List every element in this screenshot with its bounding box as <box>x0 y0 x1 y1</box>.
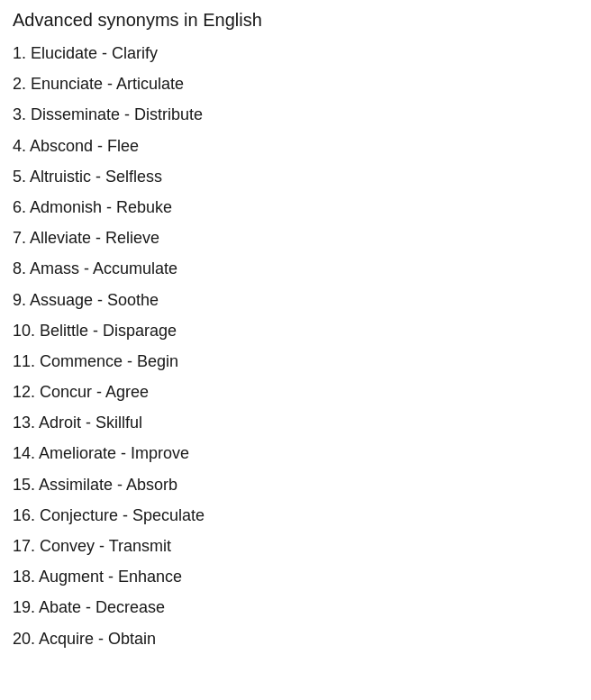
list-item: 1. Elucidate - Clarify <box>13 38 578 68</box>
list-item: 14. Ameliorate - Improve <box>13 438 578 468</box>
page-title: Advanced synonyms in English <box>13 7 578 32</box>
list-item: 10. Belittle - Disparage <box>13 315 578 346</box>
synonym-list: 1. Elucidate - Clarify2. Enunciate - Art… <box>13 38 578 654</box>
list-item: 2. Enunciate - Articulate <box>13 68 578 99</box>
list-item: 19. Abate - Decrease <box>13 592 578 623</box>
list-item: 18. Augment - Enhance <box>13 561 578 592</box>
list-item: 12. Concur - Agree <box>13 377 578 407</box>
list-item: 20. Acquire - Obtain <box>13 623 578 654</box>
list-item: 5. Altruistic - Selfless <box>13 161 578 192</box>
list-item: 4. Abscond - Flee <box>13 131 578 161</box>
list-item: 8. Amass - Accumulate <box>13 253 578 284</box>
list-item: 6. Admonish - Rebuke <box>13 192 578 223</box>
list-item: 15. Assimilate - Absorb <box>13 469 578 500</box>
list-item: 13. Adroit - Skillful <box>13 407 578 438</box>
list-item: 9. Assuage - Soothe <box>13 285 578 315</box>
list-item: 3. Disseminate - Distribute <box>13 99 578 130</box>
list-item: 17. Convey - Transmit <box>13 531 578 561</box>
list-item: 16. Conjecture - Speculate <box>13 500 578 531</box>
list-item: 11. Commence - Begin <box>13 346 578 377</box>
list-item: 7. Alleviate - Relieve <box>13 223 578 253</box>
